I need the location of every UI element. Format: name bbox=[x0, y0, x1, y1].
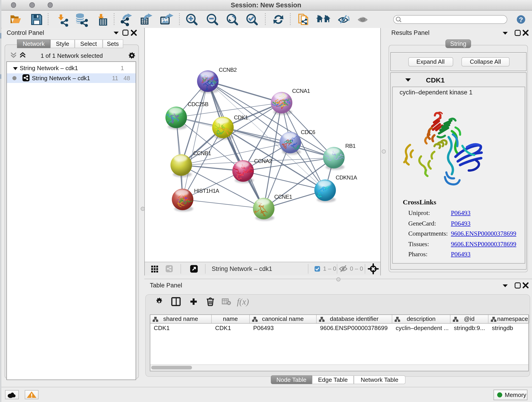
svg-text:CDK1: CDK1 bbox=[234, 114, 248, 121]
svg-text:CCNA2: CCNA2 bbox=[254, 158, 272, 164]
svg-text:f(x): f(x) bbox=[237, 297, 249, 307]
svg-text:CCNA1: CCNA1 bbox=[292, 88, 310, 94]
svg-text:CCNB1: CCNB1 bbox=[193, 150, 211, 156]
svg-text:CDC25B: CDC25B bbox=[187, 101, 208, 107]
svg-text:String Network – cdk1: String Network – cdk1 bbox=[211, 265, 272, 272]
svg-text:HIST1H1A: HIST1H1A bbox=[194, 188, 219, 194]
svg-text:RB1: RB1 bbox=[345, 143, 355, 149]
svg-text:CDC6: CDC6 bbox=[301, 129, 315, 135]
svg-text:?: ? bbox=[519, 16, 523, 23]
svg-text:CDKN1A: CDKN1A bbox=[336, 174, 357, 181]
svg-text:CCNE1: CCNE1 bbox=[274, 194, 292, 200]
svg-text:1 – 0: 1 – 0 bbox=[323, 265, 336, 272]
svg-text:CCNB2: CCNB2 bbox=[219, 67, 236, 73]
svg-text:0 – 0: 0 – 0 bbox=[350, 265, 363, 272]
